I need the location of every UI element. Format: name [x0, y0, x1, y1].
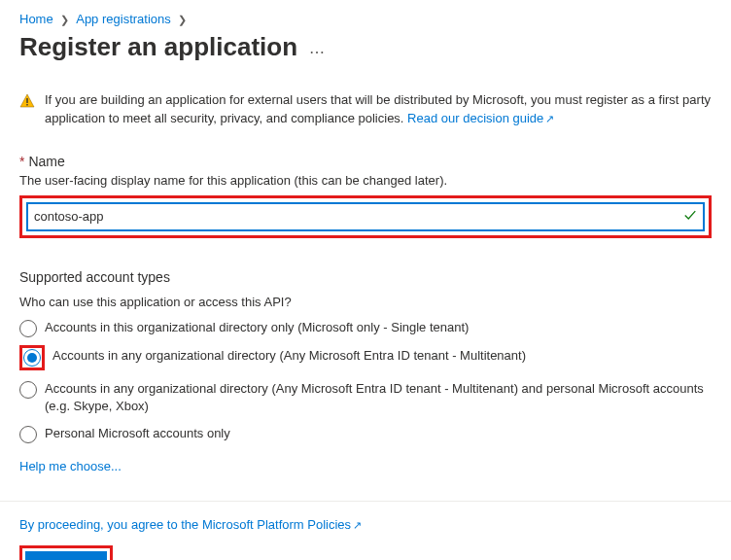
name-label: *Name	[19, 154, 712, 169]
page-title: Register an application	[19, 32, 297, 62]
warning-text: If you are building an application for e…	[45, 92, 711, 125]
platform-policies-link[interactable]: By proceeding, you agree to the Microsof…	[19, 517, 712, 532]
account-types-radiogroup: Accounts in this organizational director…	[19, 319, 712, 443]
radio-personal-only[interactable]	[19, 426, 37, 443]
radio-label: Accounts in this organizational director…	[45, 319, 469, 336]
more-icon[interactable]: ⋯	[309, 44, 325, 60]
decision-guide-link[interactable]: Read our decision guide↗	[407, 111, 554, 125]
breadcrumb-app-registrations[interactable]: App registrations	[76, 12, 171, 26]
radio-label: Personal Microsoft accounts only	[45, 425, 230, 442]
name-input[interactable]	[26, 202, 705, 231]
register-button[interactable]: Register	[25, 551, 107, 560]
external-link-icon: ↗	[353, 519, 362, 531]
required-asterisk: *	[19, 154, 24, 169]
account-types-question: Who can use this application or access t…	[19, 295, 712, 309]
checkmark-icon	[683, 208, 697, 225]
external-link-icon: ↗	[545, 113, 554, 124]
name-description: The user-facing display name for this ap…	[19, 173, 712, 188]
breadcrumb: Home ❯ App registrations ❯	[19, 12, 712, 26]
radio-label: Accounts in any organizational directory…	[45, 380, 712, 415]
svg-rect-0	[26, 98, 27, 103]
name-input-highlight	[19, 195, 712, 238]
help-me-choose-link[interactable]: Help me choose...	[19, 459, 122, 473]
account-types-heading: Supported account types	[19, 269, 712, 285]
chevron-right-icon: ❯	[60, 14, 69, 25]
warning-banner: If you are building an application for e…	[19, 91, 712, 128]
radio-multitenant-personal[interactable]	[19, 381, 37, 399]
chevron-right-icon: ❯	[178, 14, 187, 25]
breadcrumb-home[interactable]: Home	[19, 12, 53, 26]
svg-rect-1	[26, 104, 27, 106]
radio-single-tenant[interactable]	[19, 320, 37, 337]
register-button-highlight: Register	[19, 545, 113, 560]
radio-multitenant-highlight	[19, 345, 45, 370]
divider	[0, 501, 731, 502]
radio-label: Accounts in any organizational directory…	[52, 347, 526, 365]
radio-multitenant[interactable]	[23, 349, 41, 367]
warning-icon	[19, 91, 35, 128]
